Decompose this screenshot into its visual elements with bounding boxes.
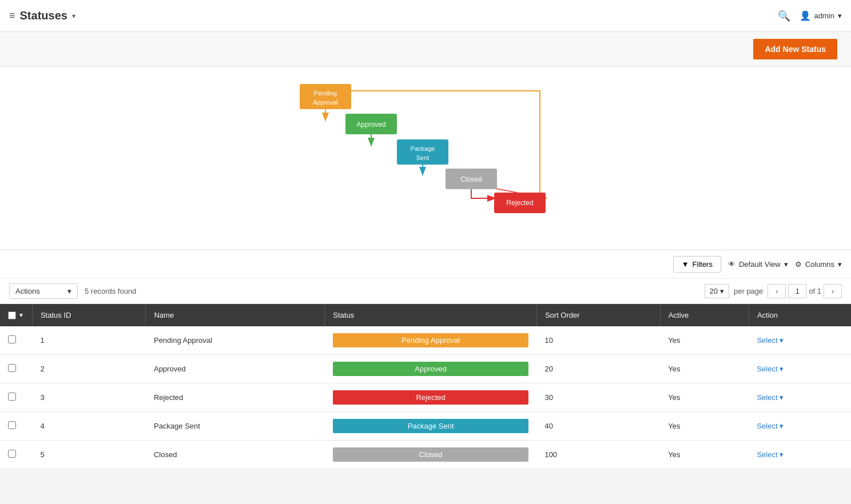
data-table: ▼ Status ID Name Status Sort Order Activ… (0, 304, 851, 469)
header-left: ≡ Statuses ▾ (9, 9, 75, 22)
pagination: ‹ 1 of 1 › (768, 284, 842, 298)
select-link[interactable]: Select ▾ (757, 393, 843, 402)
col-header-name: Name (146, 304, 325, 326)
row-active: Yes (660, 326, 749, 355)
row-status: Rejected (325, 383, 537, 412)
user-arrow-icon: ▾ (838, 11, 842, 20)
prev-page-button[interactable]: ‹ (768, 284, 786, 298)
filters-label: Filters (693, 260, 713, 269)
user-icon: 👤 (800, 10, 811, 21)
row-status: Package Sent (325, 412, 537, 441)
user-menu[interactable]: 👤 admin ▾ (800, 10, 842, 21)
view-eye-icon: 👁 (728, 260, 735, 269)
diagram-container: Pending Approval Approved Package Sent C… (0, 78, 851, 233)
select-arrow-icon: ▾ (780, 422, 784, 430)
select-label: Select (757, 422, 777, 430)
row-sort-order: 10 (536, 326, 660, 355)
row-sort-order: 40 (536, 412, 660, 441)
hamburger-icon[interactable]: ≡ (9, 10, 15, 22)
add-new-status-button[interactable]: Add New Status (753, 39, 837, 59)
table-row: 1 Pending Approval Pending Approval 10 Y… (0, 326, 851, 355)
row-active: Yes (660, 355, 749, 383)
node-rejected-label: Rejected (506, 199, 533, 207)
table-row: 3 Rejected Rejected 30 Yes Select ▾ (0, 383, 851, 412)
select-label: Select (757, 365, 777, 373)
select-arrow-icon: ▾ (780, 336, 784, 345)
select-link[interactable]: Select ▾ (757, 365, 843, 373)
select-link[interactable]: Select ▾ (757, 336, 843, 345)
status-badge: Rejected (333, 390, 529, 405)
filter-funnel-icon: ▼ (682, 260, 689, 269)
records-bar-right: 20 ▾ per page ‹ 1 of 1 › (705, 284, 842, 298)
row-action: Select ▾ (749, 383, 851, 412)
row-action: Select ▾ (749, 441, 851, 469)
columns-gear-icon: ⚙ (795, 260, 802, 269)
select-link[interactable]: Select ▾ (757, 450, 843, 459)
node-pending-label2: Approval (313, 99, 337, 106)
search-icon[interactable]: 🔍 (778, 10, 790, 22)
row-name: Rejected (146, 383, 325, 412)
col-header-active: Active (660, 304, 749, 326)
view-arrow-icon: ▾ (784, 260, 788, 269)
row-id: 3 (32, 383, 146, 412)
row-checkbox-cell (0, 412, 32, 441)
table-controls-top: ▼ Filters 👁 Default View ▾ ⚙ Columns ▾ (0, 250, 851, 279)
select-link[interactable]: Select ▾ (757, 422, 843, 430)
table-header-row: ▼ Status ID Name Status Sort Order Activ… (0, 304, 851, 326)
select-arrow-icon: ▾ (780, 450, 784, 459)
row-status: Approved (325, 355, 537, 383)
row-checkbox-1[interactable] (8, 364, 16, 372)
filters-button[interactable]: ▼ Filters (673, 256, 721, 273)
node-pending-label: Pending (314, 90, 337, 97)
select-label: Select (757, 450, 777, 459)
view-button[interactable]: 👁 Default View ▾ (728, 260, 788, 269)
node-approved-label: Approved (356, 121, 385, 129)
actions-label: Actions (15, 287, 40, 295)
row-checkbox-0[interactable] (8, 335, 16, 343)
table-row: 4 Package Sent Package Sent 40 Yes Selec… (0, 412, 851, 441)
page-title: Statuses (20, 9, 67, 22)
per-page-value: 20 (710, 287, 718, 295)
row-checkbox-cell (0, 383, 32, 412)
page-of-label: of 1 (809, 287, 821, 295)
node-package-sent-label: Package (411, 145, 435, 152)
row-name: Approved (146, 355, 325, 383)
toolbar: Add New Status (0, 32, 851, 67)
row-checkbox-4[interactable] (8, 450, 16, 458)
row-action: Select ▾ (749, 326, 851, 355)
status-badge: Closed (333, 447, 529, 462)
actions-dropdown[interactable]: Actions ▾ (9, 283, 78, 299)
flow-diagram: Pending Approval Approved Package Sent C… (0, 67, 851, 250)
row-action: Select ▾ (749, 355, 851, 383)
table-header-checkbox: ▼ (0, 304, 32, 326)
row-checkbox-cell (0, 326, 32, 355)
next-page-button[interactable]: › (824, 284, 842, 298)
records-count: 5 records found (85, 287, 136, 295)
header: ≡ Statuses ▾ 🔍 👤 admin ▾ (0, 0, 851, 32)
view-label: Default View (739, 260, 781, 269)
records-bar-left: Actions ▾ 5 records found (9, 283, 136, 299)
col-header-sort-order: Sort Order (536, 304, 660, 326)
row-checkbox-2[interactable] (8, 393, 16, 401)
select-arrow-icon: ▾ (780, 365, 784, 373)
row-action: Select ▾ (749, 412, 851, 441)
row-active: Yes (660, 412, 749, 441)
select-arrow-icon: ▾ (780, 393, 784, 402)
row-checkbox-cell (0, 441, 32, 469)
select-label: Select (757, 336, 777, 345)
select-all-checkbox[interactable] (8, 311, 16, 319)
per-page-select[interactable]: 20 ▾ (705, 284, 729, 298)
row-checkbox-3[interactable] (8, 421, 16, 429)
row-sort-order: 100 (536, 441, 660, 469)
columns-button[interactable]: ⚙ Columns ▾ (795, 260, 842, 269)
actions-arrow-icon: ▾ (67, 287, 71, 295)
col-header-status: Status (325, 304, 537, 326)
header-right: 🔍 👤 admin ▾ (778, 10, 842, 22)
header-sort-icon[interactable]: ▼ (18, 312, 24, 318)
row-active: Yes (660, 383, 749, 412)
per-page-label: per page (734, 287, 763, 295)
columns-arrow-icon: ▾ (838, 260, 842, 269)
row-status: Closed (325, 441, 537, 469)
title-dropdown-icon[interactable]: ▾ (72, 12, 75, 20)
current-page: 1 (788, 284, 806, 298)
